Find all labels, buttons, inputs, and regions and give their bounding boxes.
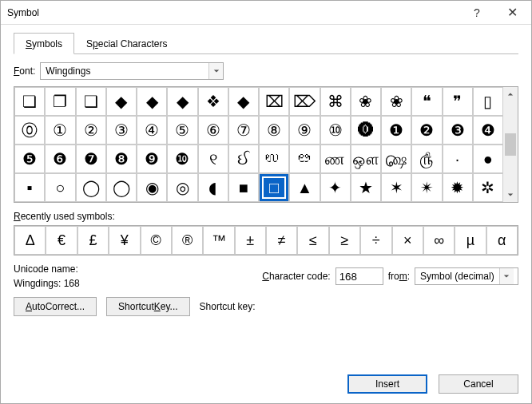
scroll-down-icon[interactable] [503,188,518,202]
symbol-cell[interactable]: ■ [228,173,259,202]
recent-symbol-cell[interactable]: € [46,226,77,255]
symbol-cell[interactable]: ○ [45,173,75,202]
symbol-cell[interactable]: ⑧ [259,116,289,145]
symbol-cell[interactable]: ❖ [198,87,228,116]
symbol-cell[interactable]: ⑥ [198,116,228,145]
symbol-cell[interactable]: ✦ [320,173,351,202]
symbol-cell[interactable]: ⓿ [351,116,381,145]
symbol-cell[interactable]: ⑨ [289,116,320,145]
symbol-cell[interactable]: ⌦ [289,87,320,116]
symbol-cell[interactable]: ઈ [228,145,259,173]
symbol-cell[interactable]: ▯ [473,87,503,116]
scroll-up-icon[interactable] [503,87,518,101]
recent-symbol-cell[interactable]: ® [172,226,203,255]
symbol-cell[interactable]: ▲ [289,173,320,202]
symbol-cell[interactable]: ❻ [45,145,75,173]
symbol-cell[interactable]: ◖ [198,173,228,202]
close-button[interactable]: ✕ [494,2,530,24]
symbol-cell[interactable]: ★ [351,173,381,202]
symbol-grid[interactable]: ❏❐❑◆◆◆❖◆⌧⌦⌘❀❀❝❞▯⓪①②③④⑤⑥⑦⑧⑨⑩⓿❶❷❸❹❺❻❼❽❾❿୧ઈ… [14,87,503,202]
symbol-cell[interactable]: ❞ [443,87,473,116]
cancel-button[interactable]: Cancel [439,374,518,394]
recent-symbol-cell[interactable]: ≥ [329,226,360,255]
scrollbar[interactable] [503,87,518,202]
symbol-cell[interactable]: ❝ [411,87,442,116]
symbol-cell[interactable]: ③ [106,116,137,145]
charcode-label: Character code: [262,271,330,282]
symbol-cell[interactable]: ⓪ [14,116,45,145]
from-select[interactable]: Symbol (decimal) [415,267,518,285]
symbol-cell[interactable]: ௹ [411,145,442,173]
symbol-cell[interactable]: ✴ [411,173,442,202]
symbol-cell[interactable]: ◎ [167,173,197,202]
symbol-cell[interactable]: ୧ [198,145,228,173]
font-select[interactable]: Wingdings [40,62,224,80]
symbol-cell[interactable]: ❺ [14,145,45,173]
recent-symbol-cell[interactable]: ∞ [423,226,455,255]
symbol-cell[interactable]: ✲ [473,173,503,202]
symbol-cell[interactable]: ◆ [228,87,259,116]
symbol-cell[interactable]: ❷ [411,116,442,145]
symbol-cell[interactable]: ◯ [76,173,106,202]
recent-symbol-cell[interactable]: ≠ [266,226,297,255]
help-button[interactable]: ? [459,2,494,24]
symbol-cell[interactable]: ❿ [167,145,197,173]
symbol-cell[interactable]: ೞ [289,145,320,173]
recent-grid[interactable]: Δ€£¥©®™±≠≤≥÷×∞µα [14,226,518,255]
shortcut-key-button[interactable]: Shortcut Key... [106,297,190,316]
recent-symbol-cell[interactable]: µ [455,226,486,255]
symbol-cell[interactable]: ✹ [443,173,473,202]
symbol-cell[interactable]: ⑩ [320,116,351,145]
recent-symbol-cell[interactable]: α [486,226,518,255]
insert-button[interactable]: Insert [347,374,427,394]
symbol-cell[interactable]: ● [473,145,503,173]
symbol-cell[interactable]: ② [76,116,106,145]
symbol-cell[interactable]: ⌧ [259,87,289,116]
symbol-cell[interactable]: ❑ [76,87,106,116]
symbol-cell[interactable]: ① [45,116,75,145]
recent-symbol-cell[interactable]: ¥ [109,226,140,255]
symbol-cell[interactable]: ಉ [259,145,289,173]
recent-symbol-cell[interactable]: ± [235,226,266,255]
symbol-cell[interactable]: ❽ [106,145,137,173]
symbol-cell[interactable]: ண [320,145,351,173]
symbol-cell[interactable]: ⑦ [228,116,259,145]
symbol-cell[interactable]: ❼ [76,145,106,173]
symbol-cell[interactable]: ⑤ [167,116,197,145]
recent-symbol-cell[interactable]: × [392,226,423,255]
recent-symbol-cell[interactable]: Δ [14,226,46,255]
autocorrect-button[interactable]: AutoCorrect... [14,297,97,316]
symbol-cell[interactable]: ௸ [381,145,411,173]
tab-special-characters[interactable]: Special Characters [74,33,179,54]
symbol-cell[interactable]: ◆ [167,87,197,116]
scroll-thumb[interactable] [505,133,516,156]
symbol-cell[interactable]: ✶ [381,173,411,202]
symbol-cell[interactable]: ❸ [443,116,473,145]
symbol-cell[interactable]: ◉ [137,173,167,202]
symbol-cell[interactable]: ❀ [381,87,411,116]
tab-symbols[interactable]: Symbols [14,33,74,54]
symbol-cell[interactable]: ▪ [14,173,45,202]
symbol-cell[interactable]: ❏ [14,87,45,116]
titlebar: Symbol ? ✕ [1,1,531,25]
recent-symbol-cell[interactable]: ™ [203,226,234,255]
scroll-track[interactable] [503,101,518,188]
symbol-cell[interactable]: ⌘ [320,87,351,116]
symbol-cell[interactable]: ◆ [137,87,167,116]
charcode-input[interactable] [335,267,383,285]
symbol-cell[interactable]: ❀ [351,87,381,116]
symbol-cell[interactable]: ஔ [351,145,381,173]
symbol-cell[interactable]: ❹ [473,116,503,145]
recent-symbol-cell[interactable]: £ [77,226,109,255]
symbol-cell[interactable]: ❶ [381,116,411,145]
symbol-cell[interactable]: □ [259,173,289,202]
symbol-cell[interactable]: ❐ [45,87,75,116]
symbol-cell[interactable]: · [443,145,473,173]
recent-symbol-cell[interactable]: © [141,226,172,255]
symbol-cell[interactable]: ◆ [106,87,137,116]
recent-symbol-cell[interactable]: ÷ [360,226,391,255]
symbol-cell[interactable]: ◯ [106,173,137,202]
recent-symbol-cell[interactable]: ≤ [297,226,328,255]
symbol-cell[interactable]: ❾ [137,145,167,173]
symbol-cell[interactable]: ④ [137,116,167,145]
